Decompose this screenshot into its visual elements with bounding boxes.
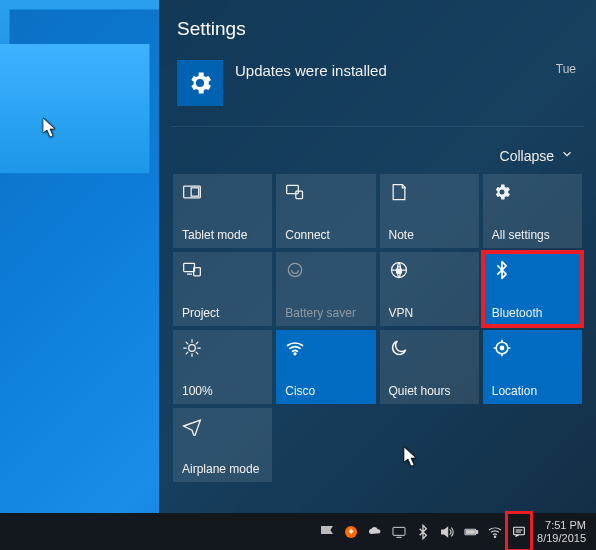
- collapse-label: Collapse: [500, 148, 554, 164]
- svg-point-19: [294, 353, 296, 355]
- tile-quiet-hours[interactable]: Quiet hours: [380, 330, 479, 404]
- quiet-hours-icon: [389, 337, 470, 359]
- quick-actions-grid: Tablet mode Connect Note All settings Pr…: [171, 174, 584, 482]
- svg-point-7: [289, 263, 302, 276]
- taskbar-clock[interactable]: 7:51 PM 8/19/2015: [531, 519, 596, 545]
- tray-bluetooth-icon[interactable]: [411, 513, 435, 550]
- tile-label: Project: [182, 306, 263, 320]
- chevron-down-icon: [560, 147, 574, 164]
- svg-rect-9: [396, 269, 401, 273]
- notification-timestamp: Tue: [556, 62, 576, 76]
- svg-rect-1: [191, 188, 199, 196]
- taskbar: 7:51 PM 8/19/2015: [0, 513, 596, 550]
- clock-date: 8/19/2015: [537, 532, 586, 545]
- page-title: Settings: [177, 18, 578, 40]
- svg-rect-27: [393, 527, 405, 535]
- svg-line-15: [186, 342, 188, 344]
- svg-line-17: [186, 352, 188, 354]
- svg-rect-3: [296, 191, 303, 199]
- tile-label: Airplane mode: [182, 462, 263, 476]
- tray-flag-icon[interactable]: [315, 513, 339, 550]
- tile-label: Location: [492, 384, 573, 398]
- action-center-panel: Settings Updates were installed Tue Coll…: [159, 0, 596, 513]
- tile-label: Bluetooth: [492, 306, 573, 320]
- clock-time: 7:51 PM: [537, 519, 586, 532]
- svg-rect-31: [466, 530, 474, 533]
- svg-point-10: [189, 345, 196, 352]
- svg-rect-33: [514, 527, 525, 534]
- vpn-icon: [389, 259, 470, 281]
- airplane-icon: [182, 415, 263, 437]
- notification-text: Updates were installed: [235, 60, 387, 79]
- tile-wifi[interactable]: Cisco: [276, 330, 375, 404]
- tray-display-icon[interactable]: [387, 513, 411, 550]
- tile-airplane-mode[interactable]: Airplane mode: [173, 408, 272, 482]
- brightness-icon: [182, 337, 263, 359]
- svg-point-21: [500, 346, 503, 349]
- tile-tablet-mode[interactable]: Tablet mode: [173, 174, 272, 248]
- tray-update-icon[interactable]: [339, 513, 363, 550]
- gear-icon: [177, 60, 223, 106]
- tile-label: Tablet mode: [182, 228, 263, 242]
- svg-rect-4: [184, 263, 195, 271]
- note-icon: [389, 181, 470, 203]
- tile-all-settings[interactable]: All settings: [483, 174, 582, 248]
- tile-label: All settings: [492, 228, 573, 242]
- tile-bluetooth[interactable]: Bluetooth: [483, 252, 582, 326]
- svg-line-16: [196, 352, 198, 354]
- tile-brightness[interactable]: 100%: [173, 330, 272, 404]
- battery-saver-icon: [285, 259, 366, 281]
- tablet-mode-icon: [182, 181, 263, 203]
- tile-location[interactable]: Location: [483, 330, 582, 404]
- tray-battery-icon[interactable]: [459, 513, 483, 550]
- tile-label: 100%: [182, 384, 263, 398]
- tile-label: Connect: [285, 228, 366, 242]
- tile-label: Quiet hours: [389, 384, 470, 398]
- tile-project[interactable]: Project: [173, 252, 272, 326]
- tile-label: Note: [389, 228, 470, 242]
- gear-icon: [492, 181, 573, 203]
- tray-volume-icon[interactable]: [435, 513, 459, 550]
- location-icon: [492, 337, 573, 359]
- svg-rect-2: [287, 185, 299, 193]
- tray-onedrive-icon[interactable]: [363, 513, 387, 550]
- wallpaper-shape: [0, 44, 159, 176]
- bluetooth-icon: [492, 259, 573, 281]
- tile-connect[interactable]: Connect: [276, 174, 375, 248]
- tile-note[interactable]: Note: [380, 174, 479, 248]
- svg-point-32: [494, 536, 495, 537]
- tile-label: Cisco: [285, 384, 366, 398]
- tray-action-center-icon[interactable]: [507, 513, 531, 550]
- collapse-button[interactable]: Collapse: [171, 127, 584, 174]
- tile-vpn[interactable]: VPN: [380, 252, 479, 326]
- svg-rect-30: [476, 530, 477, 533]
- tile-label: Battery saver: [285, 306, 366, 320]
- notification-item[interactable]: Updates were installed Tue: [171, 54, 584, 127]
- wifi-icon: [285, 337, 366, 359]
- project-icon: [182, 259, 263, 281]
- svg-line-18: [196, 342, 198, 344]
- tile-battery-saver[interactable]: Battery saver: [276, 252, 375, 326]
- system-tray: 7:51 PM 8/19/2015: [315, 513, 596, 550]
- connect-icon: [285, 181, 366, 203]
- tile-label: VPN: [389, 306, 470, 320]
- tray-wifi-icon[interactable]: [483, 513, 507, 550]
